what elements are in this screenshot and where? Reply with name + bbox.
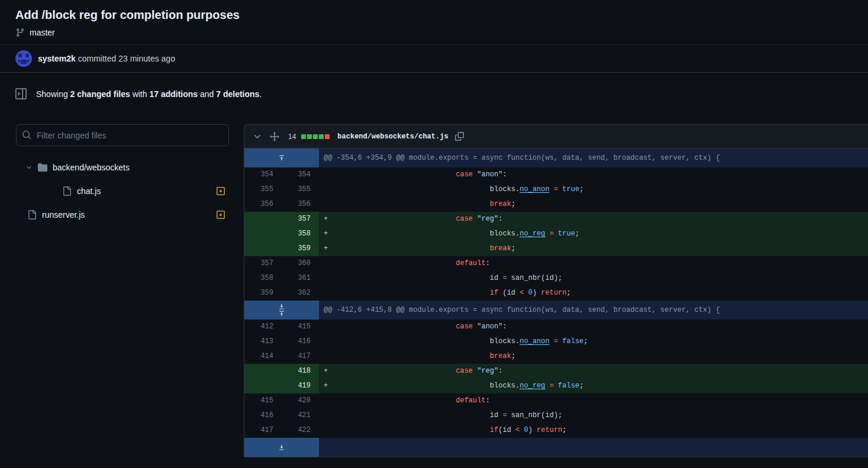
line-number-old[interactable] (244, 379, 282, 393)
code-line: if (id < 0) return; (319, 286, 868, 301)
tree-file-runserver-js[interactable]: runserver.js (16, 203, 229, 227)
line-number-new[interactable]: 355 (282, 182, 319, 197)
committer-row: system2k committed 23 minutes ago (0, 44, 868, 72)
diff-row: 413416 blocks.no_anon = false; (244, 334, 868, 349)
avatar[interactable] (15, 50, 32, 67)
diff-file-header: 14 backend/websockets/chat.js (244, 125, 868, 149)
diff-row: 416421 id = san_nbr(id); (244, 408, 868, 423)
avatar-identicon (15, 50, 32, 67)
fold-down-icon (278, 444, 285, 451)
code-line: + case "reg": (319, 364, 868, 379)
expand-down-button[interactable] (278, 303, 285, 310)
expand-down-button[interactable] (278, 444, 285, 451)
line-number-old[interactable]: 358 (244, 271, 282, 286)
line-number-new[interactable]: 361 (282, 271, 319, 286)
line-number-old[interactable] (244, 212, 282, 227)
line-number-old[interactable]: 354 (244, 167, 282, 182)
line-number-old[interactable]: 356 (244, 197, 282, 212)
code-line: blocks.no_anon = false; (319, 334, 868, 349)
line-number-new[interactable]: 359 (282, 241, 319, 256)
line-number-new[interactable]: 420 (282, 393, 319, 408)
code-line: + blocks.no_reg = true; (319, 227, 868, 241)
line-number-new[interactable]: 416 (282, 334, 319, 349)
line-number-new[interactable]: 357 (282, 212, 319, 227)
deletions-count: 7 deletions (216, 89, 259, 99)
code-line: default: (319, 256, 868, 271)
line-number-new[interactable]: 422 (282, 423, 319, 438)
branch-name: master (30, 28, 55, 37)
fold-up-icon (278, 310, 285, 317)
line-number-old[interactable]: 414 (244, 349, 282, 364)
line-number-old[interactable] (244, 364, 282, 379)
hunk-header-text: @@ -354,6 +354,9 @@ module.exports = asy… (319, 149, 868, 167)
additions-count: 17 additions (149, 89, 198, 99)
file-changes-count: 14 (288, 133, 296, 141)
chevron-down-icon (253, 132, 262, 141)
diff-row: 415420 default: (244, 393, 868, 408)
code-line: case "anon": (319, 167, 868, 182)
stat-block-addition (301, 134, 306, 139)
diff-row: 357360 default: (244, 256, 868, 271)
move-handle[interactable] (269, 131, 280, 143)
line-number-old[interactable]: 355 (244, 182, 282, 197)
code-line: break; (319, 349, 868, 364)
sidebar-collapse-icon (15, 88, 27, 99)
tree-folder-backend-websockets[interactable]: backend/websockets (16, 156, 229, 179)
line-number-new[interactable]: 356 (282, 197, 319, 212)
code-line: default: (319, 393, 868, 408)
line-number-new[interactable]: 421 (282, 408, 319, 423)
line-number-old[interactable] (244, 241, 282, 256)
git-branch-icon (15, 28, 25, 37)
line-number-old[interactable] (244, 227, 282, 241)
line-number-new[interactable]: 417 (282, 349, 319, 364)
file-tree-sidebar: backend/websockets chat.js runserver.js (16, 124, 229, 227)
diff-row: 355355 blocks.no_anon = true; (244, 182, 868, 197)
stat-block-deletion (325, 134, 330, 139)
code-line: id = san_nbr(id); (319, 271, 868, 286)
expand-up-button[interactable] (278, 310, 285, 317)
author-name[interactable]: system2k (38, 54, 76, 63)
line-number-old[interactable]: 412 (244, 319, 282, 334)
diff-stat-blocks (301, 134, 330, 139)
line-number-old[interactable]: 415 (244, 393, 282, 408)
line-number-new[interactable]: 362 (282, 286, 319, 301)
expand-gutter (244, 149, 319, 167)
filter-files-input[interactable] (16, 124, 229, 146)
diff-row: @@ -354,6 +354,9 @@ module.exports = asy… (244, 149, 868, 167)
line-number-old[interactable]: 413 (244, 334, 282, 349)
hunk-header-text (319, 438, 868, 457)
expand-gutter (244, 301, 319, 319)
folder-icon (38, 163, 47, 172)
expand-up-button[interactable] (278, 154, 285, 162)
fold-down-icon (278, 303, 285, 310)
sidebar-collapse-button[interactable] (15, 88, 27, 99)
line-number-old[interactable]: 416 (244, 408, 282, 423)
fold-up-icon (278, 154, 285, 162)
expand-gutter (244, 438, 319, 457)
stat-block-addition (307, 134, 312, 139)
file-label: chat.js (77, 186, 101, 196)
diff-row: 359+ break; (244, 241, 868, 256)
line-number-new[interactable]: 415 (282, 319, 319, 334)
line-number-new[interactable]: 360 (282, 256, 319, 271)
summary-text: Showing 2 changed files with 17 addition… (36, 89, 262, 99)
line-number-new[interactable]: 419 (282, 379, 319, 393)
collapse-file-button[interactable] (251, 131, 263, 143)
code-line: + break; (319, 241, 868, 256)
line-number-new[interactable]: 354 (282, 167, 319, 182)
diff-panel: 14 backend/websockets/chat.js @@ -354,6 … (244, 124, 868, 457)
line-number-old[interactable]: 359 (244, 286, 282, 301)
file-label: runserver.js (42, 210, 85, 220)
line-number-new[interactable]: 358 (282, 227, 319, 241)
line-number-new[interactable]: 418 (282, 364, 319, 379)
file-icon (27, 210, 37, 220)
branch-indicator[interactable]: master (15, 28, 853, 37)
diff-row: 354354 case "anon": (244, 167, 868, 182)
tree-file-chat-js[interactable]: chat.js (16, 179, 229, 203)
copy-path-button[interactable] (454, 131, 465, 142)
copy-icon (455, 132, 464, 141)
search-icon (22, 130, 31, 140)
line-number-old[interactable]: 357 (244, 256, 282, 271)
line-number-old[interactable]: 417 (244, 423, 282, 438)
diff-modified-icon (216, 186, 225, 196)
